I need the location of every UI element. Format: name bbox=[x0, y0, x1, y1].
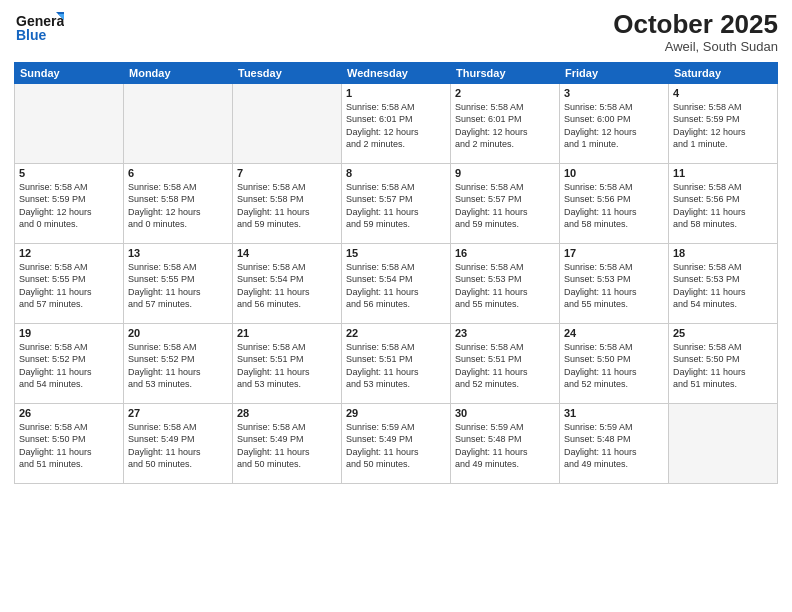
header: General Blue October 2025 Aweil, South S… bbox=[14, 10, 778, 54]
table-row bbox=[15, 83, 124, 163]
col-sunday: Sunday bbox=[15, 62, 124, 83]
day-number: 23 bbox=[455, 327, 555, 339]
table-row: 29Sunrise: 5:59 AMSunset: 5:49 PMDayligh… bbox=[342, 403, 451, 483]
table-row: 22Sunrise: 5:58 AMSunset: 5:51 PMDayligh… bbox=[342, 323, 451, 403]
day-info: Sunrise: 5:58 AMSunset: 5:56 PMDaylight:… bbox=[564, 181, 664, 231]
table-row: 25Sunrise: 5:58 AMSunset: 5:50 PMDayligh… bbox=[669, 323, 778, 403]
day-info: Sunrise: 5:58 AMSunset: 5:50 PMDaylight:… bbox=[564, 341, 664, 391]
day-number: 4 bbox=[673, 87, 773, 99]
calendar-week-4: 19Sunrise: 5:58 AMSunset: 5:52 PMDayligh… bbox=[15, 323, 778, 403]
day-number: 29 bbox=[346, 407, 446, 419]
day-number: 13 bbox=[128, 247, 228, 259]
table-row: 26Sunrise: 5:58 AMSunset: 5:50 PMDayligh… bbox=[15, 403, 124, 483]
calendar-week-3: 12Sunrise: 5:58 AMSunset: 5:55 PMDayligh… bbox=[15, 243, 778, 323]
day-number: 17 bbox=[564, 247, 664, 259]
col-friday: Friday bbox=[560, 62, 669, 83]
day-info: Sunrise: 5:58 AMSunset: 5:58 PMDaylight:… bbox=[237, 181, 337, 231]
col-saturday: Saturday bbox=[669, 62, 778, 83]
day-number: 22 bbox=[346, 327, 446, 339]
day-number: 30 bbox=[455, 407, 555, 419]
day-number: 6 bbox=[128, 167, 228, 179]
day-info: Sunrise: 5:58 AMSunset: 5:49 PMDaylight:… bbox=[128, 421, 228, 471]
day-info: Sunrise: 5:58 AMSunset: 5:53 PMDaylight:… bbox=[455, 261, 555, 311]
day-number: 26 bbox=[19, 407, 119, 419]
day-info: Sunrise: 5:58 AMSunset: 5:51 PMDaylight:… bbox=[237, 341, 337, 391]
day-info: Sunrise: 5:58 AMSunset: 5:49 PMDaylight:… bbox=[237, 421, 337, 471]
table-row: 16Sunrise: 5:58 AMSunset: 5:53 PMDayligh… bbox=[451, 243, 560, 323]
calendar-week-2: 5Sunrise: 5:58 AMSunset: 5:59 PMDaylight… bbox=[15, 163, 778, 243]
day-number: 27 bbox=[128, 407, 228, 419]
day-number: 9 bbox=[455, 167, 555, 179]
table-row: 11Sunrise: 5:58 AMSunset: 5:56 PMDayligh… bbox=[669, 163, 778, 243]
day-number: 15 bbox=[346, 247, 446, 259]
table-row: 10Sunrise: 5:58 AMSunset: 5:56 PMDayligh… bbox=[560, 163, 669, 243]
table-row: 7Sunrise: 5:58 AMSunset: 5:58 PMDaylight… bbox=[233, 163, 342, 243]
day-number: 2 bbox=[455, 87, 555, 99]
table-row bbox=[233, 83, 342, 163]
month-title: October 2025 bbox=[613, 10, 778, 39]
col-monday: Monday bbox=[124, 62, 233, 83]
day-info: Sunrise: 5:58 AMSunset: 5:54 PMDaylight:… bbox=[346, 261, 446, 311]
day-number: 8 bbox=[346, 167, 446, 179]
table-row: 30Sunrise: 5:59 AMSunset: 5:48 PMDayligh… bbox=[451, 403, 560, 483]
calendar-header-row: Sunday Monday Tuesday Wednesday Thursday… bbox=[15, 62, 778, 83]
svg-text:Blue: Blue bbox=[16, 27, 47, 43]
table-row: 3Sunrise: 5:58 AMSunset: 6:00 PMDaylight… bbox=[560, 83, 669, 163]
table-row: 18Sunrise: 5:58 AMSunset: 5:53 PMDayligh… bbox=[669, 243, 778, 323]
day-info: Sunrise: 5:58 AMSunset: 5:58 PMDaylight:… bbox=[128, 181, 228, 231]
table-row: 5Sunrise: 5:58 AMSunset: 5:59 PMDaylight… bbox=[15, 163, 124, 243]
logo: General Blue bbox=[14, 10, 64, 48]
logo-svg: General Blue bbox=[14, 10, 64, 48]
day-number: 28 bbox=[237, 407, 337, 419]
day-number: 7 bbox=[237, 167, 337, 179]
day-number: 24 bbox=[564, 327, 664, 339]
day-info: Sunrise: 5:58 AMSunset: 5:51 PMDaylight:… bbox=[455, 341, 555, 391]
day-number: 10 bbox=[564, 167, 664, 179]
day-info: Sunrise: 5:58 AMSunset: 5:50 PMDaylight:… bbox=[19, 421, 119, 471]
day-info: Sunrise: 5:58 AMSunset: 5:59 PMDaylight:… bbox=[19, 181, 119, 231]
table-row: 4Sunrise: 5:58 AMSunset: 5:59 PMDaylight… bbox=[669, 83, 778, 163]
day-info: Sunrise: 5:58 AMSunset: 5:52 PMDaylight:… bbox=[128, 341, 228, 391]
table-row: 21Sunrise: 5:58 AMSunset: 5:51 PMDayligh… bbox=[233, 323, 342, 403]
day-info: Sunrise: 5:58 AMSunset: 6:01 PMDaylight:… bbox=[455, 101, 555, 151]
table-row: 27Sunrise: 5:58 AMSunset: 5:49 PMDayligh… bbox=[124, 403, 233, 483]
table-row: 6Sunrise: 5:58 AMSunset: 5:58 PMDaylight… bbox=[124, 163, 233, 243]
day-number: 5 bbox=[19, 167, 119, 179]
day-number: 12 bbox=[19, 247, 119, 259]
day-number: 19 bbox=[19, 327, 119, 339]
day-info: Sunrise: 5:58 AMSunset: 5:57 PMDaylight:… bbox=[346, 181, 446, 231]
table-row bbox=[669, 403, 778, 483]
table-row: 24Sunrise: 5:58 AMSunset: 5:50 PMDayligh… bbox=[560, 323, 669, 403]
col-tuesday: Tuesday bbox=[233, 62, 342, 83]
table-row: 13Sunrise: 5:58 AMSunset: 5:55 PMDayligh… bbox=[124, 243, 233, 323]
day-number: 25 bbox=[673, 327, 773, 339]
day-info: Sunrise: 5:58 AMSunset: 5:55 PMDaylight:… bbox=[19, 261, 119, 311]
calendar-table: Sunday Monday Tuesday Wednesday Thursday… bbox=[14, 62, 778, 484]
day-number: 18 bbox=[673, 247, 773, 259]
page: General Blue October 2025 Aweil, South S… bbox=[0, 0, 792, 612]
calendar-week-1: 1Sunrise: 5:58 AMSunset: 6:01 PMDaylight… bbox=[15, 83, 778, 163]
day-number: 14 bbox=[237, 247, 337, 259]
day-number: 31 bbox=[564, 407, 664, 419]
table-row: 14Sunrise: 5:58 AMSunset: 5:54 PMDayligh… bbox=[233, 243, 342, 323]
location: Aweil, South Sudan bbox=[613, 39, 778, 54]
day-number: 11 bbox=[673, 167, 773, 179]
day-info: Sunrise: 5:59 AMSunset: 5:48 PMDaylight:… bbox=[564, 421, 664, 471]
calendar-week-5: 26Sunrise: 5:58 AMSunset: 5:50 PMDayligh… bbox=[15, 403, 778, 483]
day-info: Sunrise: 5:58 AMSunset: 6:00 PMDaylight:… bbox=[564, 101, 664, 151]
title-area: October 2025 Aweil, South Sudan bbox=[613, 10, 778, 54]
table-row: 17Sunrise: 5:58 AMSunset: 5:53 PMDayligh… bbox=[560, 243, 669, 323]
day-number: 16 bbox=[455, 247, 555, 259]
col-wednesday: Wednesday bbox=[342, 62, 451, 83]
day-info: Sunrise: 5:58 AMSunset: 5:52 PMDaylight:… bbox=[19, 341, 119, 391]
day-info: Sunrise: 5:58 AMSunset: 5:59 PMDaylight:… bbox=[673, 101, 773, 151]
day-info: Sunrise: 5:58 AMSunset: 5:56 PMDaylight:… bbox=[673, 181, 773, 231]
day-info: Sunrise: 5:58 AMSunset: 5:51 PMDaylight:… bbox=[346, 341, 446, 391]
table-row: 15Sunrise: 5:58 AMSunset: 5:54 PMDayligh… bbox=[342, 243, 451, 323]
day-info: Sunrise: 5:58 AMSunset: 5:53 PMDaylight:… bbox=[564, 261, 664, 311]
day-number: 1 bbox=[346, 87, 446, 99]
day-info: Sunrise: 5:58 AMSunset: 5:50 PMDaylight:… bbox=[673, 341, 773, 391]
day-info: Sunrise: 5:59 AMSunset: 5:48 PMDaylight:… bbox=[455, 421, 555, 471]
day-info: Sunrise: 5:58 AMSunset: 5:54 PMDaylight:… bbox=[237, 261, 337, 311]
day-number: 21 bbox=[237, 327, 337, 339]
